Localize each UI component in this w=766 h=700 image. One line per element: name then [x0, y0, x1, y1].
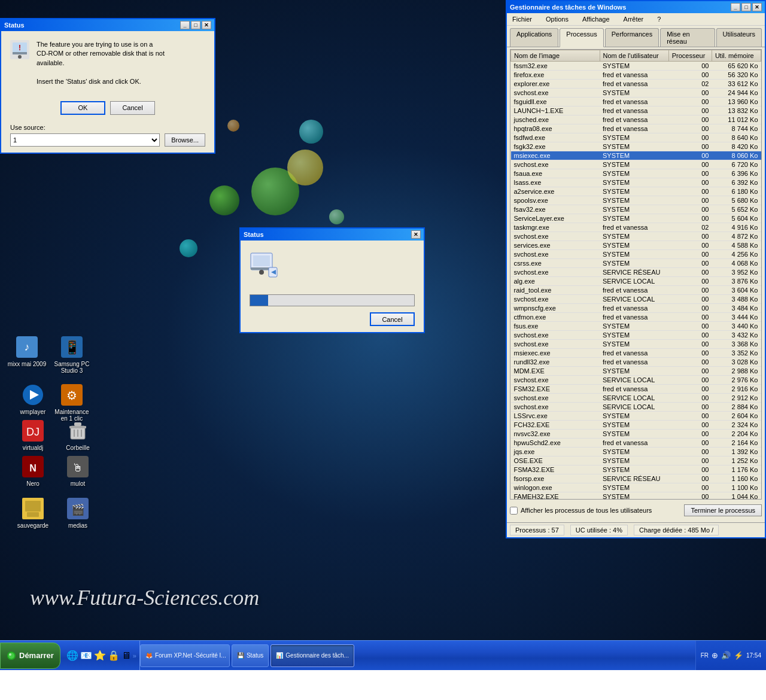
process-name: svchost.exe [511, 268, 600, 277]
menu-fichier[interactable]: Fichier [510, 14, 534, 24]
table-row[interactable]: alg.exe SERVICE LOCAL 00 3 876 Ko [511, 277, 761, 286]
desktop-icon-wmplayer[interactable]: wmplayer [12, 383, 54, 415]
maximize-button[interactable]: □ [191, 21, 200, 29]
table-row[interactable]: spoolsv.exe SYSTEM 00 5 680 Ko [511, 196, 761, 205]
start-button[interactable]: Démarrer [0, 643, 60, 669]
taskbar-item-gestionnaire[interactable]: 📊 Gestionnaire des tâch... [270, 644, 354, 667]
tm-maximize-button[interactable]: □ [741, 3, 751, 11]
table-row[interactable]: services.exe SYSTEM 00 4 588 Ko [511, 241, 761, 250]
table-row[interactable]: msiexec.exe fred et vanessa 00 3 352 Ko [511, 349, 761, 358]
table-row[interactable]: FSM32.EXE fred et vanessa 00 2 916 Ko [511, 385, 761, 394]
table-row[interactable]: svchost.exe SYSTEM 00 4 256 Ko [511, 250, 761, 259]
table-row[interactable]: ctfmon.exe fred et vanessa 00 3 444 Ko [511, 313, 761, 322]
table-row[interactable]: svchost.exe SERVICE LOCAL 00 3 488 Ko [511, 295, 761, 304]
ok-button[interactable]: OK [60, 101, 105, 115]
tab-performances[interactable]: Performances [605, 28, 659, 47]
table-row[interactable]: fsguidll.exe fred et vanessa 00 13 960 K… [511, 98, 761, 106]
desktop-icon-nero[interactable]: N Nero [12, 455, 54, 487]
tm-close-button[interactable]: ✕ [752, 3, 762, 11]
progress-cancel-button[interactable]: Cancel [370, 312, 415, 326]
menu-options[interactable]: Options [543, 14, 571, 24]
cancel-button[interactable]: Cancel [110, 101, 155, 115]
progress-close-button[interactable]: ✕ [411, 230, 421, 239]
table-row[interactable]: svchost.exe SYSTEM 00 3 432 Ko [511, 331, 761, 340]
table-row[interactable]: rundll32.exe fred et vanessa 00 3 028 Ko [511, 358, 761, 367]
table-row[interactable]: fsus.exe SYSTEM 00 3 440 Ko [511, 322, 761, 331]
ql-icon5[interactable]: 🖥 [121, 650, 131, 661]
table-row[interactable]: lsass.exe SYSTEM 00 6 392 Ko [511, 178, 761, 187]
table-row[interactable]: a2service.exe SYSTEM 00 6 180 Ko [511, 187, 761, 196]
table-row[interactable]: fsorsp.exe SERVICE RÉSEAU 00 1 160 Ko [511, 474, 761, 483]
col-processeur[interactable]: Processeur [668, 50, 712, 62]
table-row[interactable]: raid_tool.exe fred et vanessa 00 3 604 K… [511, 286, 761, 295]
col-nom-utilisateur[interactable]: Nom de l'utilisateur [600, 50, 668, 62]
desktop-icon-maintenance[interactable]: ⚙ Maintenance en 1 clic [51, 383, 93, 422]
minimize-button[interactable]: _ [180, 21, 190, 29]
table-row[interactable]: fsdfwd.exe SYSTEM 00 8 640 Ko [511, 133, 761, 142]
desktop-icon-corbeille[interactable]: Corbeille [57, 419, 99, 451]
table-row[interactable]: svchost.exe SERVICE LOCAL 00 2 976 Ko [511, 376, 761, 385]
table-row[interactable]: OSE.EXE SYSTEM 00 1 252 Ko [511, 456, 761, 465]
terminate-button[interactable]: Terminer le processus [684, 504, 762, 516]
table-row[interactable]: svchost.exe SYSTEM 00 4 872 Ko [511, 232, 761, 241]
process-cpu: 00 [668, 403, 712, 412]
ql-icon4[interactable]: 🔒 [108, 650, 120, 661]
tab-applications[interactable]: Applications [510, 28, 558, 47]
table-row[interactable]: svchost.exe SERVICE LOCAL 00 2 912 Ko [511, 394, 761, 403]
taskbar-item-status[interactable]: 💾 Status [232, 644, 269, 667]
menu-affichage[interactable]: Affichage [580, 14, 612, 24]
table-row[interactable]: svchost.exe SERVICE RÉSEAU 00 3 952 Ko [511, 268, 761, 277]
desktop-icon-sauvegarde[interactable]: sauvegarde [12, 497, 54, 529]
table-row[interactable]: firefox.exe fred et vanessa 00 56 320 Ko [511, 71, 761, 80]
desktop-icon-virtualdj[interactable]: DJ virtualdj [12, 419, 54, 451]
desktop-icon-mixx[interactable]: ♪ mixx mai 2009 [6, 335, 48, 367]
table-row[interactable]: FCH32.EXE SYSTEM 00 2 324 Ko [511, 421, 761, 430]
table-row[interactable]: wmpnscfg.exe fred et vanessa 00 3 484 Ko [511, 304, 761, 313]
tm-minimize-button[interactable]: _ [731, 3, 740, 11]
process-mem: 1 044 Ko [712, 492, 761, 500]
close-button[interactable]: ✕ [202, 21, 211, 29]
table-row[interactable]: MDM.EXE SYSTEM 00 2 988 Ko [511, 367, 761, 376]
table-row[interactable]: jqs.exe SYSTEM 00 1 392 Ko [511, 448, 761, 456]
desktop-icon-samsung[interactable]: 📱 Samsung PC Studio 3 [51, 335, 93, 374]
col-nom-image[interactable]: Nom de l'image [511, 50, 600, 62]
table-row[interactable]: jusched.exe fred et vanessa 00 11 012 Ko [511, 115, 761, 124]
table-row[interactable]: svchost.exe SERVICE LOCAL 00 2 884 Ko [511, 403, 761, 412]
table-row[interactable]: taskmgr.exe fred et vanessa 02 4 916 Ko [511, 223, 761, 232]
table-row[interactable]: fsav32.exe SYSTEM 00 5 652 Ko [511, 205, 761, 214]
table-row[interactable]: ServiceLayer.exe SYSTEM 00 5 604 Ko [511, 214, 761, 223]
table-row[interactable]: svchost.exe SYSTEM 00 3 368 Ko [511, 340, 761, 349]
table-row[interactable]: fsaua.exe SYSTEM 00 6 396 Ko [511, 169, 761, 178]
table-row[interactable]: explorer.exe fred et vanessa 02 33 612 K… [511, 80, 761, 89]
table-row[interactable]: svchost.exe SYSTEM 00 6 720 Ko [511, 160, 761, 169]
tab-processus[interactable]: Processus [560, 28, 603, 47]
table-row[interactable]: fsgk32.exe SYSTEM 00 8 420 Ko [511, 142, 761, 151]
process-cpu: 00 [668, 474, 712, 483]
table-row[interactable]: FAMEH32.EXE SYSTEM 00 1 044 Ko [511, 492, 761, 500]
tab-utilisateurs[interactable]: Utilisateurs [716, 28, 762, 47]
ql-icon2[interactable]: 📧 [80, 650, 92, 661]
source-select[interactable]: 1 [10, 133, 160, 147]
show-all-checkbox[interactable] [510, 507, 518, 515]
table-row[interactable]: svchost.exe SYSTEM 00 24 944 Ko [511, 89, 761, 98]
table-row[interactable]: hpwuSchd2.exe fred et vanessa 00 2 164 K… [511, 439, 761, 448]
table-row[interactable]: nvsvc32.exe SYSTEM 00 2 204 Ko [511, 430, 761, 439]
browse-button[interactable]: Browse... [165, 133, 205, 147]
desktop-icon-mulot[interactable]: 🖱 mulot [57, 455, 99, 487]
table-row[interactable]: msiexec.exe SYSTEM 00 8 060 Ko [511, 151, 761, 160]
table-row[interactable]: winlogon.exe SYSTEM 00 1 100 Ko [511, 483, 761, 492]
table-row[interactable]: csrss.exe SYSTEM 00 4 068 Ko [511, 259, 761, 268]
table-row[interactable]: FSMA32.EXE SYSTEM 00 1 176 Ko [511, 465, 761, 474]
menu-help[interactable]: ? [655, 14, 663, 24]
tab-mise-en-reseau[interactable]: Mise en réseau [660, 28, 715, 47]
desktop-icon-medias[interactable]: 🎬 medias [57, 497, 99, 529]
table-row[interactable]: LSSrvc.exe SYSTEM 00 2 604 Ko [511, 412, 761, 421]
menu-arreter[interactable]: Arrêter [621, 14, 646, 24]
ql-icon1[interactable]: 🌐 [66, 650, 78, 661]
table-row[interactable]: fssm32.exe SYSTEM 00 65 620 Ko [511, 62, 761, 71]
taskbar-item-forum[interactable]: 🦊 Forum XP.Net -Sécurité I... [140, 644, 230, 667]
ql-icon3[interactable]: ⭐ [94, 650, 106, 661]
col-util-memoire[interactable]: Util. mémoire [712, 50, 761, 62]
table-row[interactable]: hpqtra08.exe fred et vanessa 00 8 744 Ko [511, 124, 761, 133]
table-row[interactable]: LAUNCH~1.EXE fred et vanessa 00 13 832 K… [511, 106, 761, 115]
